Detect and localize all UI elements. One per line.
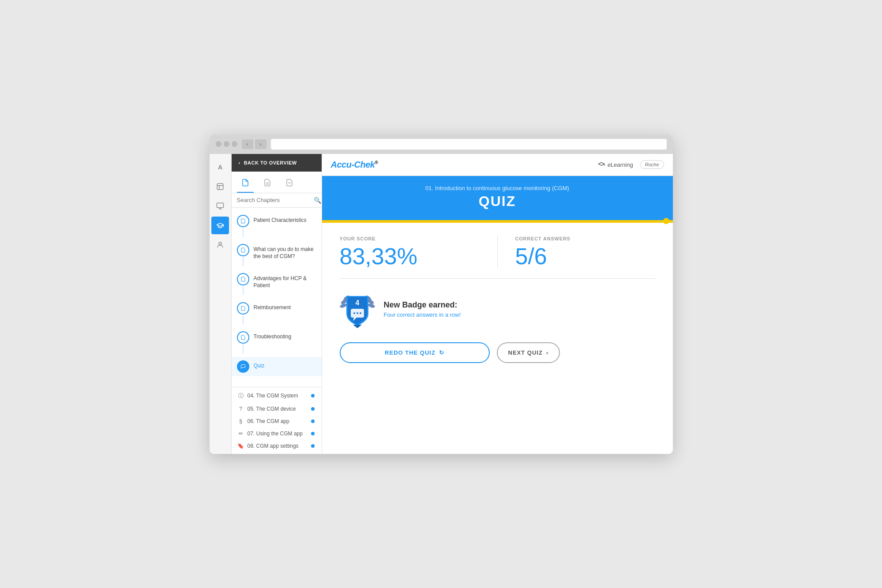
section-icon: § <box>237 418 245 424</box>
tab-notes[interactable] <box>281 175 298 193</box>
correct-answers-value: 5/6 <box>515 245 655 268</box>
badge-earned-subtitle: Four correct answers in a row! <box>384 311 461 318</box>
svg-text:4: 4 <box>355 299 359 307</box>
chapter-connector <box>237 215 249 237</box>
back-to-overview-button[interactable]: ‹ BACK TO OVERVIEW <box>232 154 322 172</box>
chapter-connector-2 <box>237 244 249 266</box>
chapter-connector-5 <box>237 331 249 353</box>
badge-shield: 4 <box>340 289 375 329</box>
rail-item-screen[interactable] <box>211 197 229 215</box>
quiz-title: QUIZ <box>340 193 655 210</box>
chapter-doc-icon-2 <box>237 244 249 256</box>
url-bar[interactable] <box>271 139 667 150</box>
tab-document[interactable] <box>237 175 254 193</box>
module-item-05[interactable]: ? 05. The CGM device <box>232 403 322 415</box>
search-input[interactable] <box>237 197 311 203</box>
svg-marker-22 <box>353 325 362 328</box>
rail-item-elearning[interactable] <box>211 217 229 234</box>
brand-logo: Accu-Chek® <box>331 160 378 170</box>
chapter-text-5: Troubleshooting <box>254 331 292 341</box>
progress-end-dot <box>663 218 669 224</box>
scores-row: YOUR SCORE 83,33% CORRECT ANSWERS 5/6 <box>340 236 655 279</box>
module-dot-07 <box>311 432 315 435</box>
quiz-header: 01. Introduction to continuous glucose m… <box>322 176 673 220</box>
your-score-label: YOUR SCORE <box>340 236 480 241</box>
chapter-text-quiz: Quiz <box>254 360 265 370</box>
badge-earned-title: New Badge earned: <box>384 300 461 310</box>
chapter-text-4: Reimbursement <box>254 302 291 311</box>
next-quiz-button[interactable]: NEXT QUIZ › <box>497 342 560 363</box>
chapter-line-3 <box>243 286 244 295</box>
sidebar: ‹ BACK TO OVERVIEW 🔍 <box>232 154 322 454</box>
svg-point-20 <box>357 312 358 314</box>
rail-item-user[interactable] <box>211 236 229 254</box>
chapter-item-cgm[interactable]: What can you do to make the best of CGM? <box>232 240 322 270</box>
rail-item-info[interactable]: A <box>211 158 229 176</box>
module-item-07[interactable]: ✏ 07. Using the CGM app <box>232 427 322 440</box>
roche-logo: Roche <box>640 160 664 169</box>
score-block-answers: CORRECT ANSWERS 5/6 <box>497 236 655 268</box>
chapter-list: Patient Characteristics What can you do … <box>232 208 322 387</box>
badge-text-block: New Badge earned: Four correct answers i… <box>384 300 461 318</box>
module-item-06[interactable]: § 06. The CGM app <box>232 415 322 427</box>
sidebar-tabs <box>232 172 322 193</box>
chapter-item-quiz[interactable]: Quiz <box>232 357 322 376</box>
redo-quiz-button[interactable]: REDO THE QUIZ ↻ <box>340 342 490 363</box>
browser-dots <box>216 141 237 147</box>
chapter-item-advantages[interactable]: Advantages for HCP & Patient <box>232 270 322 299</box>
info-icon: ⓘ <box>237 392 245 400</box>
chapter-text: Patient Characteristics <box>254 215 307 224</box>
module-label-08: 08. CGM app settings <box>248 443 299 449</box>
chapter-quiz-icon <box>237 360 249 373</box>
chapter-connector-3 <box>237 273 249 295</box>
browser-chrome: ‹ › <box>210 135 673 154</box>
rail-item-package[interactable] <box>211 178 229 195</box>
module-label-04: 04. The CGM System <box>248 393 298 399</box>
module-label-07: 07. Using the CGM app <box>248 431 303 437</box>
chapter-text-3: Advantages for HCP & Patient <box>254 273 316 290</box>
progress-bar <box>322 220 673 223</box>
module-item-08[interactable]: 🔖 08. CGM app settings <box>232 440 322 452</box>
svg-point-19 <box>353 312 355 314</box>
dot-red <box>216 141 221 147</box>
chapter-item-patient[interactable]: Patient Characteristics <box>232 211 322 240</box>
nav-back[interactable]: ‹ <box>242 139 253 149</box>
badge-section: 4 New Badge earned: Four correct ans <box>340 289 655 329</box>
svg-point-21 <box>360 312 361 314</box>
svg-point-6 <box>219 242 221 245</box>
search-icon: 🔍 <box>314 197 321 204</box>
module-label-05: 05. The CGM device <box>248 406 296 412</box>
score-block-percent: YOUR SCORE 83,33% <box>340 236 497 268</box>
chapter-item-reimburse[interactable]: Reimbursement <box>232 299 322 328</box>
svg-rect-0 <box>217 184 223 190</box>
chapter-doc-icon-3 <box>237 273 249 285</box>
bookmark-icon: 🔖 <box>237 443 245 449</box>
svg-rect-3 <box>217 203 224 208</box>
tab-list[interactable] <box>259 175 276 193</box>
nav-forward[interactable]: › <box>255 139 266 149</box>
question-icon: ? <box>237 406 245 412</box>
chapter-line-5 <box>243 345 244 353</box>
module-dot-08 <box>311 444 315 448</box>
chapter-connector-6 <box>237 360 249 373</box>
chapter-doc-icon-5 <box>237 331 249 344</box>
module-item-04[interactable]: ⓘ 04. The CGM System <box>232 389 322 403</box>
search-box: 🔍 <box>232 193 322 208</box>
quiz-subtitle: 01. Introduction to continuous glucose m… <box>340 185 655 191</box>
redo-icon: ↻ <box>439 349 444 356</box>
next-icon: › <box>546 349 548 356</box>
pencil-icon: ✏ <box>237 431 245 437</box>
chapter-line-4 <box>243 315 244 324</box>
redo-label: REDO THE QUIZ <box>385 349 435 356</box>
main-content: Accu-Chek® eLearning Roche 01. Introduct… <box>322 154 673 454</box>
module-dot-05 <box>311 407 315 411</box>
results-area: YOUR SCORE 83,33% CORRECT ANSWERS 5/6 <box>322 223 673 454</box>
chapter-connector-4 <box>237 302 249 324</box>
chapter-doc-icon <box>237 215 249 227</box>
chapter-item-troubleshoot[interactable]: Troubleshooting <box>232 328 322 357</box>
chapter-doc-icon-4 <box>237 302 249 315</box>
nav-right: eLearning Roche <box>598 160 664 169</box>
browser-nav: ‹ › <box>242 139 266 149</box>
module-dot-04 <box>311 394 315 397</box>
next-label: NEXT QUIZ <box>508 349 543 356</box>
